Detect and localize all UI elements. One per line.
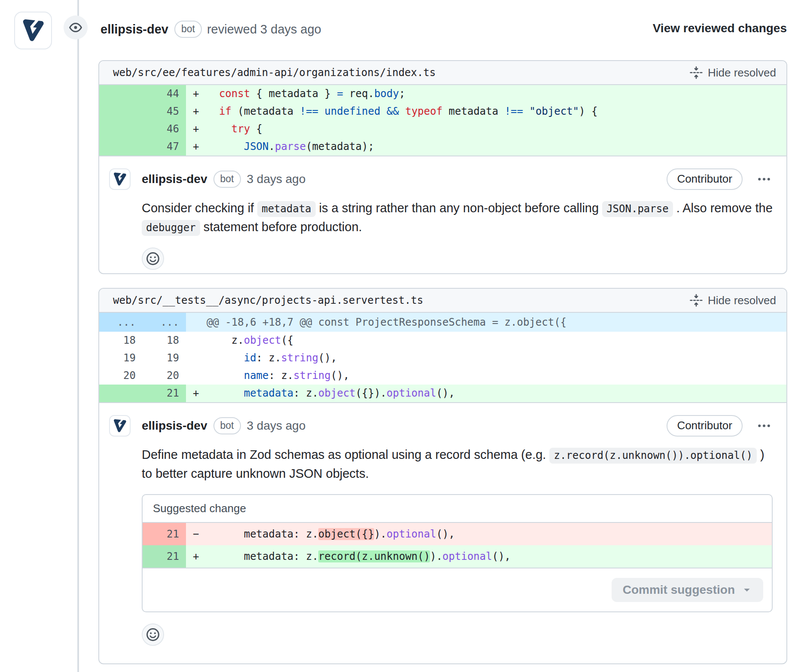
diff-sign [186, 367, 207, 385]
review-comment: ellipsis-dev bot 3 days ago Contributor … [99, 156, 786, 274]
code-line: z.object({ [207, 332, 786, 349]
hide-resolved-button[interactable]: Hide resolved [690, 294, 776, 307]
diff-sign [186, 332, 207, 349]
contributor-badge: Contributor [667, 168, 743, 190]
old-line-number [99, 85, 143, 103]
comment-header: ellipsis-dev bot 3 days ago Contributor [109, 415, 773, 437]
diff-sign: + [186, 545, 207, 568]
kebab-icon [757, 419, 771, 433]
inline-code: debugger [142, 220, 200, 236]
review-action-text: reviewed 3 days ago [207, 22, 321, 37]
code-line: metadata: z.object({}).optional(), [207, 523, 772, 545]
comment-body: Consider checking if metadata is a strin… [142, 199, 773, 236]
old-line-number [99, 385, 143, 402]
diff-sign: − [186, 523, 207, 545]
review-comment: ellipsis-dev bot 3 days ago Contributor … [99, 402, 786, 664]
comment-body: Define metadata in Zod schemas as option… [142, 445, 773, 483]
kebab-icon [757, 172, 771, 186]
comment-timestamp[interactable]: 3 days ago [247, 419, 306, 433]
new-line-number: 21 [143, 385, 186, 402]
diff-row: 46+ try { [99, 120, 786, 138]
ellipsis-logo-icon [112, 418, 128, 434]
old-line-number: 20 [99, 367, 143, 385]
old-line-number: 18 [99, 332, 143, 349]
comment-author[interactable]: ellipsis-dev [142, 419, 207, 433]
file-header: web/src/__tests__/async/projects-api.ser… [99, 289, 786, 313]
view-reviewed-changes-link[interactable]: View reviewed changes [653, 21, 787, 35]
new-line-number: 21 [143, 545, 186, 568]
review-author[interactable]: ellipsis-dev [101, 22, 168, 37]
old-line-number: ... [99, 313, 143, 332]
review-thread-card-2: web/src/__tests__/async/projects-api.ser… [98, 288, 787, 664]
diff-row: 1818 z.object({ [99, 332, 786, 349]
commit-suggestion-button[interactable]: Commit suggestion [612, 578, 763, 602]
hide-resolved-label: Hide resolved [708, 66, 776, 79]
fold-icon [690, 66, 703, 79]
ellipsis-logo-icon [112, 171, 128, 187]
smiley-icon [146, 628, 160, 641]
code-line: id: z.string(), [207, 349, 786, 367]
code-line: name: z.string(), [207, 367, 786, 385]
new-line-number: 45 [143, 103, 186, 120]
comment-bot-badge: bot [213, 171, 241, 188]
suggestion-box: Suggested change 21− metadata: z.object(… [142, 494, 773, 612]
code-line: if (metadata !== undefined && typeof met… [207, 103, 786, 120]
code-line: try { [207, 120, 786, 138]
eye-icon [69, 21, 82, 34]
old-line-number: 19 [99, 349, 143, 367]
caret-down-icon [742, 585, 752, 595]
old-line-number [99, 138, 143, 156]
emoji-reaction-button[interactable] [142, 623, 164, 646]
contributor-badge: Contributor [667, 415, 743, 437]
diff-row: 21+ metadata: z.object({}).optional(), [99, 385, 786, 402]
ellipsis-logo-icon [19, 17, 47, 44]
comment-avatar[interactable] [109, 415, 131, 437]
diff-sign: + [186, 138, 207, 156]
new-line-number: 46 [143, 120, 186, 138]
commit-suggestion-label: Commit suggestion [623, 583, 735, 597]
code-line: metadata: z.object({}).optional(), [207, 385, 786, 402]
inline-code: z.record(z.unknown()).optional() [549, 448, 756, 464]
emoji-reaction-button[interactable] [142, 247, 164, 270]
comment-avatar[interactable] [109, 168, 131, 190]
new-line-number: 21 [143, 523, 186, 545]
inline-code: metadata [257, 201, 316, 217]
code-line: @@ -18,6 +18,7 @@ const ProjectResponseS… [207, 313, 786, 332]
diff-sign: + [186, 85, 207, 103]
smiley-icon [146, 252, 160, 266]
comment-header: ellipsis-dev bot 3 days ago Contributor [109, 168, 773, 190]
kebab-menu-button[interactable] [755, 172, 773, 186]
comment-author[interactable]: ellipsis-dev [142, 172, 207, 186]
new-line-number: ... [143, 313, 186, 332]
diff-table: 44+ const { metadata } = req.body;45+ if… [99, 85, 786, 156]
review-thread-card-1: web/src/ee/features/admin-api/organizati… [98, 60, 787, 274]
code-line: const { metadata } = req.body; [207, 85, 786, 103]
old-line-number [99, 103, 143, 120]
file-header: web/src/ee/features/admin-api/organizati… [99, 61, 786, 85]
diff-row: 21+ metadata: z.record(z.unknown()).opti… [143, 545, 772, 568]
pr-review-page: ellipsis-dev bot reviewed 3 days ago Vie… [0, 0, 798, 672]
review-avatar[interactable] [14, 12, 52, 49]
diff-row: 44+ const { metadata } = req.body; [99, 85, 786, 103]
file-path: web/src/ee/features/admin-api/organizati… [113, 67, 436, 79]
suggestion-diff: 21− metadata: z.object({}).optional(),21… [143, 523, 772, 568]
diff-sign: + [186, 385, 207, 402]
kebab-menu-button[interactable] [755, 419, 773, 433]
new-line-number: 47 [143, 138, 186, 156]
eye-icon-badge [64, 15, 88, 40]
old-line-number [99, 120, 143, 138]
fold-icon [690, 294, 703, 307]
new-line-number: 19 [143, 349, 186, 367]
code-line: JSON.parse(metadata); [207, 138, 786, 156]
diff-row: ......@@ -18,6 +18,7 @@ const ProjectRes… [99, 313, 786, 332]
diff-row: 21− metadata: z.object({}).optional(), [143, 523, 772, 545]
bot-badge: bot [174, 21, 202, 38]
review-header: ellipsis-dev bot reviewed 3 days ago Vie… [0, 0, 798, 60]
hide-resolved-label: Hide resolved [708, 294, 776, 307]
hide-resolved-button[interactable]: Hide resolved [690, 66, 776, 79]
comment-timestamp[interactable]: 3 days ago [247, 172, 306, 186]
suggestion-title: Suggested change [143, 495, 772, 523]
suggestion-footer: Commit suggestion [143, 568, 772, 611]
timeline-line [77, 0, 79, 672]
diff-row: 1919 id: z.string(), [99, 349, 786, 367]
